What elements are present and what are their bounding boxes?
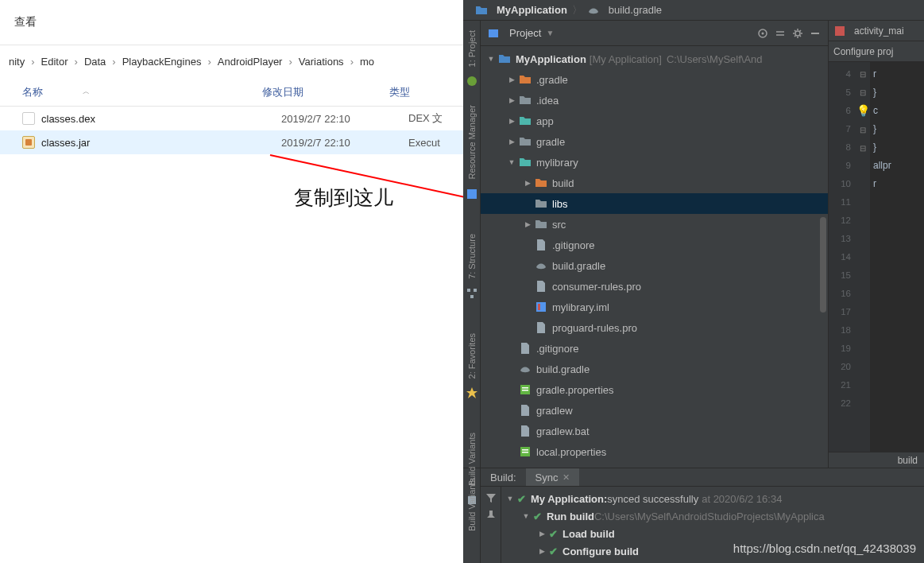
props-icon	[519, 383, 532, 396]
tree-item-label: .idea	[536, 95, 559, 107]
tree-item[interactable]: .gitignore	[481, 235, 828, 255]
tree-item-label: gradlew.bat	[536, 425, 590, 437]
col-name[interactable]: 名称	[22, 85, 43, 99]
props-icon	[519, 445, 532, 458]
tree-item[interactable]: ▶build	[481, 173, 828, 193]
breadcrumb-item[interactable]: mo	[355, 56, 379, 68]
fold-blue-icon	[498, 52, 511, 65]
build-row[interactable]: ▶✔Load build	[506, 525, 919, 542]
filter-icon[interactable]	[485, 491, 497, 504]
breadcrumb-item[interactable]: PlaybackEngines	[118, 56, 207, 68]
tree-item[interactable]: proguard-rules.pro	[481, 317, 828, 338]
expand-icon[interactable]	[774, 27, 787, 40]
gradle-icon	[587, 4, 600, 17]
project-icon	[487, 27, 500, 40]
explorer-breadcrumb[interactable]: nity›Editor›Data›PlaybackEngines›Android…	[0, 45, 463, 78]
gear-icon[interactable]	[791, 27, 804, 40]
breadcrumb-item[interactable]: nity	[4, 56, 29, 68]
breadcrumb-item[interactable]: AndroidPlayer	[213, 56, 288, 68]
tree-item[interactable]: .gitignore	[481, 338, 828, 359]
svg-rect-16	[522, 449, 528, 451]
fold-gray-icon	[535, 218, 547, 231]
iml-icon	[535, 301, 547, 313]
tree-item[interactable]: gradlew.bat	[481, 421, 828, 441]
tree-item-label: consumer-rules.pro	[552, 281, 641, 293]
breadcrumb-file[interactable]: build.gradle	[609, 4, 662, 16]
tree-root[interactable]: ▼MyApplication[My Application]C:\Users\M…	[481, 49, 828, 69]
fold-orange-icon	[535, 177, 547, 189]
vertical-scrollbar[interactable]	[820, 217, 826, 313]
breadcrumb-project[interactable]: MyApplication	[497, 4, 567, 16]
tree-item-label: .gitignore	[536, 343, 578, 355]
breadcrumb-item[interactable]: Editor	[37, 56, 73, 68]
tree-item-label: build.gradle	[552, 260, 605, 272]
file-gray-icon	[535, 321, 547, 334]
tree-item[interactable]: ▶app	[481, 111, 828, 131]
menu-view[interactable]: 查看	[14, 15, 37, 29]
tree-item-label: mylibrary.iml	[552, 301, 609, 313]
rail-project[interactable]: 1: Project	[467, 24, 477, 73]
minimize-icon[interactable]	[809, 27, 822, 40]
rail-favorites[interactable]: 2: Favorites	[467, 327, 477, 385]
tree-item[interactable]: build.gradle	[481, 359, 828, 379]
tree-item[interactable]: ▼mylibrary	[481, 152, 828, 173]
project-tree[interactable]: ▼MyApplication[My Application]C:\Users\M…	[481, 46, 828, 468]
left-tool-rail: 1: Project Resource Manager 7: Structure…	[463, 21, 481, 468]
build-row[interactable]: ▼✔My Application: synced successfully at…	[506, 490, 919, 507]
project-panel-header: Project ▼	[481, 21, 828, 46]
tree-item[interactable]: libs	[481, 193, 828, 214]
tree-item-label: libs	[552, 198, 568, 210]
breadcrumb-item[interactable]: Data	[79, 56, 110, 68]
tree-item[interactable]: mylibrary.iml	[481, 297, 828, 317]
build-row[interactable]: ▼✔Run build C:\Users\MySelf\AndroidStudi…	[506, 507, 919, 525]
fold-teal-icon	[519, 156, 532, 169]
svg-rect-10	[536, 302, 546, 312]
tree-item[interactable]: local.properties	[481, 441, 828, 462]
build-tab-sync[interactable]: Sync ✕	[526, 468, 580, 486]
tree-item[interactable]: ▶gradle	[481, 131, 828, 152]
col-date[interactable]: 修改日期	[262, 85, 389, 99]
tree-item[interactable]: ▶.idea	[481, 90, 828, 111]
ide-window: MyApplication 〉 build.gradle 1: Project …	[463, 0, 924, 563]
build-tab-build[interactable]: Build:	[481, 468, 526, 486]
tree-item[interactable]: gradlew	[481, 400, 828, 421]
ide-breadcrumb[interactable]: MyApplication 〉 build.gradle	[463, 0, 924, 21]
tree-item[interactable]: consumer-rules.pro	[481, 276, 828, 297]
tree-item-label: .gradle	[536, 74, 568, 86]
file-row[interactable]: classes.dex 2019/2/7 22:10 DEX 文	[0, 107, 463, 130]
close-icon[interactable]: ✕	[563, 472, 570, 483]
breadcrumb-item[interactable]: Variations	[294, 56, 349, 68]
svg-rect-14	[522, 390, 528, 391]
star-icon	[466, 386, 478, 399]
folder-icon	[475, 4, 488, 17]
target-icon[interactable]	[756, 27, 769, 40]
tree-item[interactable]: gradle.properties	[481, 379, 828, 400]
structure-icon	[466, 287, 478, 300]
tree-item-label: build.gradle	[536, 363, 590, 375]
rail-resource-manager[interactable]: Resource Manager	[467, 99, 477, 186]
fold-gutter[interactable]: ⊟⊟💡⊟⊟	[856, 62, 870, 452]
chevron-right-icon: ›	[349, 56, 355, 68]
editor-area: activity_mai Configure proj 456789101112…	[829, 21, 924, 468]
tree-item[interactable]: ▶.gradle	[481, 69, 828, 90]
rail-structure[interactable]: 7: Structure	[467, 227, 477, 285]
tree-item[interactable]: build.gradle	[481, 255, 828, 276]
file-explorer: 查看 nity›Editor›Data›PlaybackEngines›Andr…	[0, 0, 463, 563]
col-type[interactable]: 类型	[389, 85, 463, 99]
file-row[interactable]: classes.jar 2019/2/7 22:10 Execut	[0, 130, 463, 154]
fold-gray-icon	[519, 94, 532, 107]
explorer-column-header[interactable]: 名称 ︿ 修改日期 类型	[0, 78, 463, 107]
pin-icon[interactable]	[485, 509, 497, 522]
svg-rect-11	[538, 304, 540, 310]
project-dropdown[interactable]: Project	[509, 27, 541, 39]
rail-build-variants-2[interactable]: Build Variants	[467, 472, 477, 538]
svg-rect-13	[522, 387, 528, 389]
svg-rect-17	[522, 452, 528, 453]
editor-tab[interactable]: activity_mai	[829, 21, 924, 41]
code-content[interactable]: r}c}}allprr	[870, 62, 924, 452]
file-type: DEX 文	[408, 111, 463, 126]
line-number-gutter[interactable]: 45678910111213141516171819202122	[829, 62, 856, 452]
chevron-right-icon: ›	[206, 56, 212, 68]
editor-subbar[interactable]: Configure proj	[829, 41, 924, 62]
tree-item[interactable]: ▶src	[481, 214, 828, 235]
